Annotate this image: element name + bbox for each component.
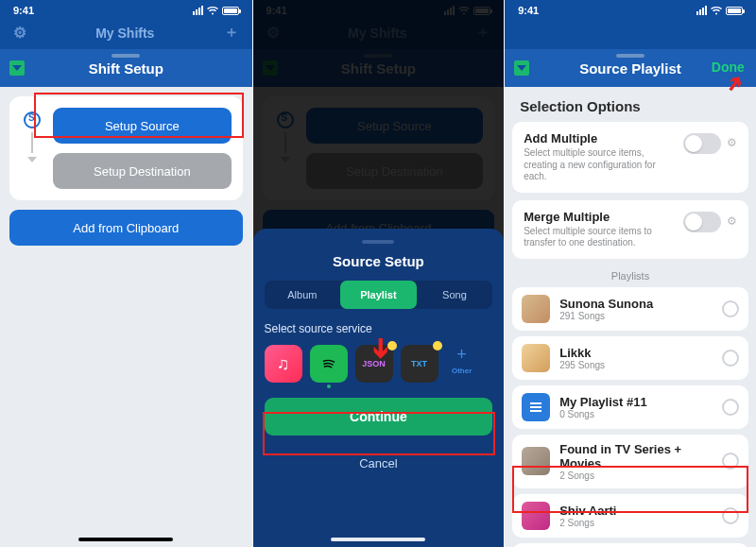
select-service-label: Select source service — [265, 322, 493, 335]
tab-song[interactable]: Song — [417, 281, 493, 309]
radio-icon[interactable] — [722, 350, 739, 367]
sheet-handle-icon[interactable] — [616, 54, 644, 58]
setup-destination-button[interactable]: Setup Destination — [53, 153, 232, 189]
selected-dot-icon — [327, 385, 331, 388]
json-icon[interactable]: JSON — [355, 345, 393, 383]
radio-icon[interactable] — [722, 399, 739, 416]
signal-icon — [193, 6, 203, 15]
playlist-name: Shiv Aarti — [559, 504, 713, 518]
apple-music-icon[interactable] — [265, 345, 302, 383]
option-add-multiple: Add Multiple Select multiple source item… — [512, 122, 748, 193]
download-icon[interactable] — [9, 60, 25, 76]
subheader: Shift Setup — [0, 49, 252, 87]
radio-icon[interactable] — [722, 453, 739, 470]
playlist-item[interactable]: Abhijeet35 Songs — [512, 543, 748, 548]
playlist-name: Found in TV Series + Movies — [559, 442, 713, 470]
gear-icon[interactable]: ⚙ — [727, 136, 737, 149]
option-merge-multiple: Merge Multiple Select multiple source it… — [512, 200, 748, 259]
toggle-merge-multiple[interactable] — [683, 212, 721, 232]
add-from-clipboard-button[interactable]: Add from Clipboard — [9, 210, 243, 246]
sub-title: Source Playlist — [579, 60, 681, 77]
playlist-count: 2 Songs — [559, 470, 713, 481]
subheader: Source Playlist Done — [505, 49, 756, 87]
playlist-thumb-icon — [522, 447, 550, 475]
radio-icon[interactable] — [722, 300, 739, 317]
playlist-thumb-icon — [522, 393, 550, 421]
tab-album[interactable]: Album — [265, 281, 341, 309]
radio-icon[interactable] — [722, 507, 739, 524]
playlist-item[interactable]: Likkk295 Songs — [512, 336, 748, 380]
wifi-icon — [711, 7, 722, 15]
status-time: 9:41 — [518, 5, 539, 16]
playlist-name: Likkk — [559, 346, 713, 360]
playlist-item[interactable]: Sunona Sunona291 Songs — [512, 287, 748, 331]
add-icon[interactable]: ＋ — [224, 23, 239, 43]
home-indicator[interactable] — [331, 538, 425, 541]
playlist-item[interactable]: Found in TV Series + Movies2 Songs — [512, 435, 748, 488]
spotify-icon[interactable] — [310, 345, 348, 383]
toggle-add-multiple[interactable] — [683, 133, 721, 154]
setup-source-button[interactable]: Setup Source — [53, 108, 232, 144]
tab-playlist[interactable]: Playlist — [340, 281, 417, 309]
playlist-thumb-icon — [522, 344, 550, 372]
continue-button[interactable]: Continue — [265, 398, 493, 436]
settings-icon[interactable]: ⚙ — [13, 24, 26, 42]
done-button[interactable]: Done — [712, 60, 745, 75]
option-subtitle: Select multiple source items, creating a… — [524, 147, 674, 183]
phone-source-setup: 9:41 ⚙My Shifts＋ Shift Setup Setup Sourc… — [252, 0, 505, 547]
screen-title-bg: My Shifts — [95, 26, 154, 41]
option-title: Add Multiple — [524, 131, 674, 145]
phone-source-playlist: 9:41 Source Playlist Done Selection Opti… — [504, 0, 756, 547]
sheet-handle-icon[interactable] — [362, 240, 394, 244]
phone-shift-setup: 9:41 ⚙ My Shifts ＋ Shift Setup — [0, 0, 252, 547]
titlebar: 9:41 ⚙ My Shifts ＋ — [0, 0, 252, 49]
add-other-service-button[interactable]: +Other — [446, 345, 478, 375]
arrow-down-icon — [27, 157, 37, 162]
status-bar: 9:41 — [0, 0, 252, 21]
playlist-item[interactable]: My Playlist #110 Songs — [512, 385, 748, 429]
cancel-button[interactable]: Cancel — [265, 445, 493, 481]
badge-icon — [433, 341, 442, 350]
body: Setup Source Setup Destination Add from … — [0, 87, 252, 547]
list-header: Playlists — [512, 266, 748, 287]
services-row: JSON TXT +Other — [265, 345, 493, 383]
playlist-count: 2 Songs — [559, 518, 713, 528]
playlist-name: Sunona Sunona — [559, 297, 713, 311]
badge-icon — [387, 341, 397, 350]
playlist-thumb-icon — [522, 295, 550, 323]
playlist-name: My Playlist #11 — [559, 395, 713, 409]
sub-title: Shift Setup — [89, 60, 163, 77]
playlist-count: 291 Songs — [559, 311, 713, 321]
battery-icon — [726, 7, 743, 15]
section-header: Selection Options — [512, 94, 748, 122]
sheet-title: Source Setup — [265, 253, 493, 269]
playlist-thumb-icon — [522, 502, 550, 530]
source-setup-sheet: Source Setup Album Playlist Song Select … — [253, 229, 505, 547]
wifi-icon — [207, 7, 218, 15]
status-time: 9:41 — [13, 5, 34, 16]
playlist-item[interactable]: Shiv Aarti2 Songs — [512, 494, 748, 538]
signal-icon — [696, 6, 707, 15]
txt-icon[interactable]: TXT — [401, 345, 438, 383]
body[interactable]: Selection Options Add Multiple Select mu… — [505, 87, 756, 547]
gear-icon[interactable]: ⚙ — [727, 214, 737, 228]
download-icon[interactable] — [514, 60, 529, 76]
sheet-handle-icon[interactable] — [112, 54, 140, 58]
option-title: Merge Multiple — [524, 210, 674, 224]
type-segmented-control: Album Playlist Song — [265, 281, 493, 309]
titlebar: 9:41 — [505, 0, 756, 49]
source-step-icon — [24, 111, 41, 128]
progress-indicator — [21, 108, 43, 189]
playlist-count: 0 Songs — [559, 409, 713, 419]
home-indicator[interactable] — [78, 538, 173, 541]
setup-card: Setup Source Setup Destination — [9, 96, 243, 200]
battery-icon — [222, 7, 239, 15]
option-subtitle: Select multiple source items to transfer… — [524, 226, 674, 249]
playlist-count: 295 Songs — [559, 360, 713, 370]
